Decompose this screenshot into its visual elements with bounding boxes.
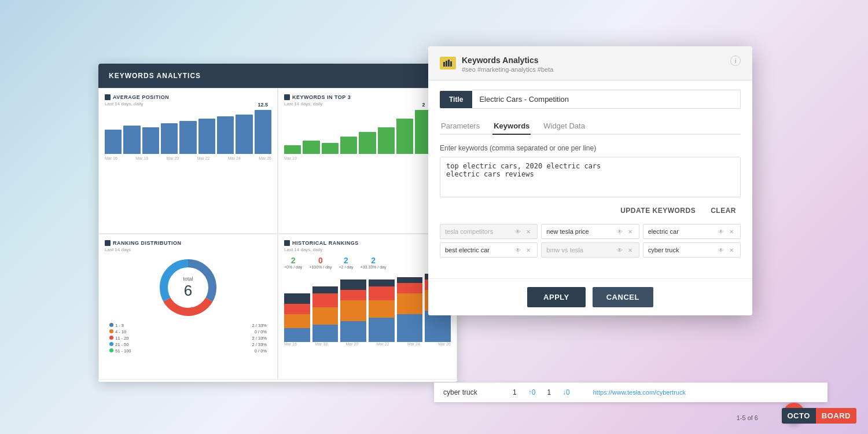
- close-tag-icon-3[interactable]: ✕: [727, 227, 735, 236]
- update-keywords-button[interactable]: UPDATE KEYWORDS: [616, 204, 700, 217]
- tag-best-icons: 👁 ✕: [514, 246, 532, 254]
- eye-icon-2[interactable]: 👁: [616, 227, 624, 236]
- modal-dialog: Keywords Analytics #seo #marketing-analy…: [428, 46, 752, 315]
- tag-tesla-icons: 👁 ✕: [514, 227, 532, 236]
- tab-widget-data[interactable]: Widget Data: [542, 118, 586, 135]
- tag-tesla-competitors: tesla competitors 👁 ✕: [440, 224, 538, 239]
- keywords-textarea[interactable]: top electric cars, 2020 electric cars el…: [440, 157, 741, 197]
- modal-header-text: Keywords Analytics #seo #marketing-analy…: [462, 56, 553, 73]
- board-text: BOARD: [816, 408, 856, 424]
- tag-best-electric-car: best electric car 👁 ✕: [440, 242, 538, 258]
- tag-electric-car-icons: 👁 ✕: [717, 227, 735, 236]
- cancel-button[interactable]: CANCEL: [593, 287, 653, 307]
- eye-icon-3[interactable]: 👁: [717, 227, 725, 236]
- modal-title-row: Title: [440, 90, 741, 109]
- eye-off-icon-2[interactable]: 👁: [616, 246, 624, 254]
- modal-footer: APPLY CANCEL: [428, 278, 752, 315]
- svg-rect-5: [446, 61, 447, 67]
- tab-keywords[interactable]: Keywords: [492, 118, 531, 135]
- title-label: Title: [440, 91, 472, 108]
- modal-header: Keywords Analytics #seo #marketing-analy…: [428, 46, 752, 80]
- modal-header-title: Keywords Analytics: [462, 56, 553, 65]
- chart-icon: [443, 60, 453, 67]
- tag-bmw-icons: 👁 ✕: [616, 246, 634, 254]
- tag-new-tesla-price: new tesla price 👁 ✕: [541, 224, 639, 239]
- tag-tesla-price-icons: 👁 ✕: [616, 227, 634, 236]
- modal-overlay: Keywords Analytics #seo #marketing-analy…: [0, 0, 868, 434]
- svg-rect-7: [450, 61, 452, 67]
- info-icon[interactable]: i: [730, 56, 741, 66]
- tag-cyber-truck: cyber truck 👁 ✕: [643, 242, 741, 258]
- title-input[interactable]: [472, 90, 741, 109]
- modal-header-left: Keywords Analytics #seo #marketing-analy…: [440, 56, 553, 73]
- apply-button[interactable]: APPLY: [527, 287, 586, 307]
- tag-bmw-vs-tesla: bmw vs tesla 👁 ✕: [541, 242, 639, 258]
- close-tag-icon-5[interactable]: ✕: [626, 246, 634, 254]
- svg-rect-6: [448, 60, 450, 67]
- tab-parameters[interactable]: Parameters: [440, 118, 481, 135]
- svg-rect-4: [443, 62, 445, 67]
- close-tag-icon-6[interactable]: ✕: [727, 246, 735, 254]
- modal-tabs: Parameters Keywords Widget Data: [440, 118, 741, 135]
- keywords-label: Enter keywords (comma separated or one p…: [440, 144, 741, 152]
- modal-header-subtitle: #seo #marketing-analytics #beta: [462, 66, 553, 73]
- clear-button[interactable]: CLEAR: [706, 204, 741, 217]
- modal-widget-icon: [440, 57, 456, 69]
- eye-icon-5[interactable]: 👁: [717, 246, 725, 254]
- tag-electric-car: electric car 👁 ✕: [643, 224, 741, 239]
- textarea-actions: UPDATE KEYWORDS CLEAR: [440, 204, 741, 217]
- octo-text: OCTO: [782, 408, 816, 424]
- octoboard-logo: OCTO BOARD: [782, 408, 857, 424]
- eye-icon-4[interactable]: 👁: [514, 246, 522, 254]
- tag-cyber-icons: 👁 ✕: [717, 246, 735, 254]
- eye-off-icon[interactable]: 👁: [514, 227, 522, 236]
- close-tag-icon-4[interactable]: ✕: [524, 246, 532, 254]
- close-tag-icon-2[interactable]: ✕: [626, 227, 634, 236]
- modal-body: Title Parameters Keywords Widget Data En…: [428, 80, 752, 278]
- keyword-tags: tesla competitors 👁 ✕ new tesla price 👁 …: [440, 224, 741, 258]
- close-tag-icon[interactable]: ✕: [524, 227, 532, 236]
